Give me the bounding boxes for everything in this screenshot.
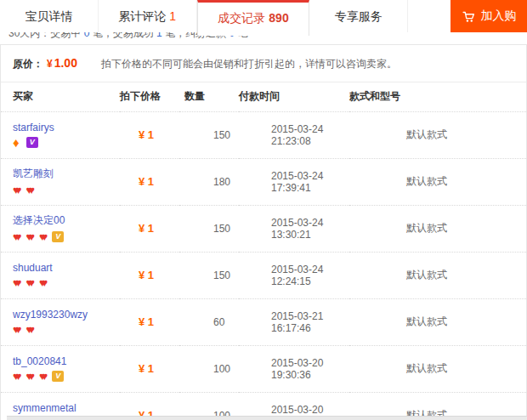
tab-label: 宝贝详情 [25, 9, 72, 23]
deal-price: ¥ 1 [139, 315, 154, 328]
buyer-credit-icons: ♥♥♥♥ [13, 323, 120, 336]
buyer-credit-icons: ♥♥♥♥♥♥ [13, 276, 120, 289]
double-heart-icon: ♥♥ [26, 276, 30, 289]
tab-label: 累计评论 [118, 9, 166, 23]
tab-bar-spacer [408, 0, 450, 32]
deal-price: ¥ 1 [139, 128, 154, 141]
tab-comments[interactable]: 累计评论1 [99, 0, 197, 32]
sku-style: 默认款式 [406, 362, 447, 374]
payment-time: 2015-03-20 19:30:36 [271, 357, 323, 381]
table-row: tb_0020841 ♥♥♥♥♥♥V ¥ 1 100 2015-03-20 19… [1, 345, 527, 392]
price-note: 拍下价格的不同可能会由促销和打折引起的，详情可以咨询卖家。 [101, 58, 397, 70]
tab-deal-records[interactable]: 成交记录890 [197, 0, 310, 36]
double-heart-icon: ♥♥ [39, 230, 43, 243]
deal-price: ¥ 1 [139, 222, 154, 235]
vip-purple-icon: V [26, 137, 38, 148]
deal-records-table: 买家 拍下价格 数量 付款时间 款式和型号 starfairys ♦V ¥ 1 … [1, 82, 527, 420]
sku-style: 默认款式 [406, 269, 447, 281]
double-heart-icon: ♥♥ [13, 184, 17, 196]
table-row: shuduart ♥♥♥♥♥♥ ¥ 1 150 2015-03-24 12:24… [1, 252, 527, 298]
deal-price: ¥ 1 [139, 269, 154, 281]
sku-style: 默认款式 [406, 175, 447, 187]
tab-item-detail[interactable]: 宝贝详情 [0, 0, 99, 32]
table-header-row: 买家 拍下价格 数量 付款时间 款式和型号 [1, 82, 527, 111]
double-heart-icon: ♥♥ [13, 230, 17, 243]
table-row: 选择决定00 ♥♥♥♥♥♥V ¥ 1 150 2015-03-24 13:30:… [1, 205, 527, 252]
add-to-cart-label: 加入购 [481, 9, 517, 24]
deal-price: ¥ 1 [139, 175, 154, 188]
bottom-edge-strip [7, 416, 527, 420]
original-price-row: 原价：¥1.00拍下价格的不同可能会由促销和打折引起的，详情可以咨询卖家。 [1, 45, 526, 82]
col-header-price: 拍下价格 [120, 82, 179, 111]
tab-label: 专享服务 [335, 9, 382, 23]
buyer-link[interactable]: starfairys [13, 122, 54, 133]
double-heart-icon: ♥♥ [39, 370, 43, 383]
deal-quantity: 150 [213, 129, 230, 141]
deal-table-body: starfairys ♦V ¥ 1 150 2015-03-24 21:23:0… [1, 111, 527, 420]
buyer-credit-icons: ♥♥♥♥♥♥V [13, 230, 120, 243]
tab-count-badge: 1 [169, 9, 176, 23]
payment-time: 2015-03-24 12:24:15 [271, 264, 323, 287]
buyer-link[interactable]: 选择决定00 [13, 213, 65, 228]
deal-records-page: 30天内：交易中 0 笔，交易成功 1 笔，纠纷退款 0 笔 宝贝详情 累计评论… [0, 0, 527, 420]
buyer-link[interactable]: symmenmetal [13, 402, 76, 414]
deal-quantity: 60 [213, 316, 224, 328]
original-price-value: 1.00 [54, 56, 77, 70]
buyer-credit-icons: ♥♥♥♥♥♥V [13, 370, 120, 383]
sku-style: 默认款式 [406, 222, 447, 234]
double-heart-icon: ♥♥ [13, 370, 17, 383]
deal-records-panel: 原价：¥1.00拍下价格的不同可能会由促销和打折引起的，详情可以咨询卖家。 买家… [0, 44, 527, 420]
col-header-buyer: 买家 [1, 82, 120, 111]
deal-quantity: 150 [213, 270, 230, 281]
buyer-link[interactable]: 凯艺雕刻 [13, 167, 54, 181]
diamond-icon: ♦ [13, 135, 20, 150]
cart-icon [462, 9, 476, 24]
tab-count-badge: 890 [269, 11, 288, 25]
buyer-link[interactable]: tb_0020841 [13, 355, 66, 367]
buyer-credit-icons: ♥♥♥♥ [13, 184, 120, 196]
deal-quantity: 150 [213, 223, 230, 235]
double-heart-icon: ♥♥ [26, 323, 30, 336]
payment-time: 2015-03-24 17:39:41 [271, 170, 323, 194]
table-row: 凯艺雕刻 ♥♥♥♥ ¥ 1 180 2015-03-24 17:39:41 默认… [1, 158, 527, 205]
sku-style: 默认款式 [406, 128, 447, 140]
buyer-credit-icons: ♦V [13, 136, 120, 149]
col-header-style: 款式和型号 [349, 82, 527, 111]
col-header-time: 付款时间 [239, 82, 349, 111]
double-heart-icon: ♥♥ [26, 230, 30, 243]
table-row: starfairys ♦V ¥ 1 150 2015-03-24 21:23:0… [1, 111, 527, 158]
double-heart-icon: ♥♥ [26, 370, 30, 383]
payment-time: 2015-03-24 13:30:21 [271, 217, 323, 241]
payment-time: 2015-03-24 21:23:08 [271, 123, 323, 147]
deal-quantity: 100 [213, 363, 230, 375]
double-heart-icon: ♥♥ [13, 276, 17, 289]
col-header-qty: 数量 [179, 82, 239, 111]
tab-exclusive-services[interactable]: 专享服务 [309, 0, 408, 32]
vip-gold-icon: V [52, 371, 64, 382]
double-heart-icon: ♥♥ [13, 323, 17, 336]
sku-style: 默认款式 [406, 315, 447, 327]
table-row: wzy1993230wzy ♥♥♥♥ ¥ 1 60 2015-03-21 16:… [1, 298, 527, 345]
deal-price: ¥ 1 [139, 362, 154, 375]
vip-gold-icon: V [52, 231, 64, 242]
payment-time: 2015-03-21 16:17:46 [271, 310, 323, 334]
deal-quantity: 180 [213, 176, 230, 188]
double-heart-icon: ♥♥ [26, 184, 30, 196]
tab-bar: 宝贝详情 累计评论1 成交记录890 专享服务 加入购 [0, 0, 527, 32]
buyer-link[interactable]: shuduart [13, 262, 53, 274]
original-price-label: 原价： [13, 58, 43, 70]
tab-label: 成交记录 [218, 11, 265, 25]
currency-symbol: ¥ [47, 58, 53, 70]
buyer-link[interactable]: wzy1993230wzy [13, 309, 88, 321]
double-heart-icon: ♥♥ [39, 276, 43, 289]
add-to-cart-button[interactable]: 加入购 [450, 0, 527, 32]
